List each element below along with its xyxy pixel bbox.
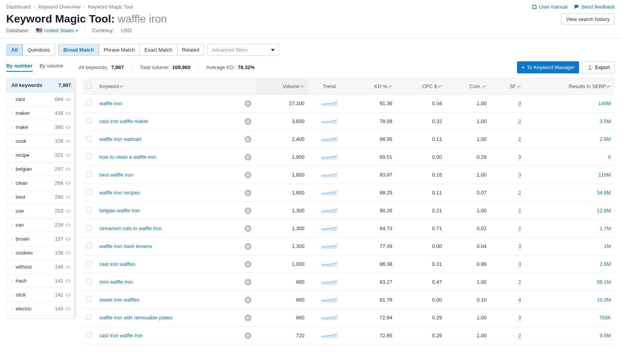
row-checkbox[interactable] xyxy=(86,296,92,302)
keyword-link[interactable]: cinnamon rolls in waffle iron xyxy=(99,225,161,231)
add-keyword-button[interactable]: + xyxy=(245,332,252,339)
sidebar-item[interactable]: › can 228 xyxy=(7,218,76,232)
keyword-link[interactable]: waffle iron with removable plates xyxy=(99,315,172,321)
add-keyword-button[interactable]: + xyxy=(245,296,252,303)
sidebar-item[interactable]: › best 260 xyxy=(7,190,76,204)
keyword-link[interactable]: cast iron waffles xyxy=(99,261,135,267)
cell-sf[interactable]: 2 xyxy=(518,208,521,214)
add-keyword-button[interactable]: + xyxy=(245,189,252,196)
col-com[interactable]: Com. xyxy=(446,78,491,95)
row-checkbox[interactable] xyxy=(86,332,92,338)
add-keyword-button[interactable]: + xyxy=(245,314,252,321)
row-checkbox[interactable] xyxy=(86,189,92,195)
sidebar-item[interactable]: › hash 141 xyxy=(7,274,76,288)
eye-icon[interactable] xyxy=(66,111,71,115)
col-cpc[interactable]: CPC $ xyxy=(396,78,446,95)
breadcrumb-item[interactable]: Keyword Overview xyxy=(38,4,80,10)
export-button[interactable]: Export xyxy=(582,61,615,73)
keyword-link[interactable]: waffle iron walmart xyxy=(99,136,141,142)
cell-serp[interactable]: 3.5M xyxy=(600,118,611,124)
eye-icon[interactable] xyxy=(66,307,71,311)
tab-related[interactable]: Related xyxy=(177,44,204,55)
eye-icon[interactable] xyxy=(66,97,71,101)
cell-serp[interactable]: 116M xyxy=(598,172,611,178)
cell-sf[interactable]: 3 xyxy=(518,172,521,178)
select-all-checkbox[interactable] xyxy=(86,83,92,88)
sidebar-item[interactable]: › use 253 xyxy=(7,204,76,218)
cell-sf[interactable]: 2 xyxy=(518,333,521,339)
eye-icon[interactable] xyxy=(66,293,71,297)
cell-sf[interactable]: 2 xyxy=(518,136,521,142)
cell-sf[interactable]: 2 xyxy=(518,118,521,125)
cell-sf[interactable]: 3 xyxy=(518,261,521,267)
add-keyword-button[interactable]: + xyxy=(245,100,252,107)
view-search-history-button[interactable]: View search history xyxy=(561,14,615,25)
cell-sf[interactable]: 4 xyxy=(518,297,521,303)
eye-icon[interactable] xyxy=(66,125,71,129)
tab-by-volume[interactable]: By volume xyxy=(40,63,63,72)
add-keyword-button[interactable]: + xyxy=(245,225,252,232)
sidebar-item[interactable]: › recipe 321 xyxy=(7,148,76,162)
eye-icon[interactable] xyxy=(66,279,71,283)
send-feedback-link[interactable]: Send feedback xyxy=(574,4,615,10)
row-checkbox[interactable] xyxy=(86,136,92,141)
row-checkbox[interactable] xyxy=(86,225,92,231)
add-keyword-button[interactable]: + xyxy=(245,136,252,143)
keyword-link[interactable]: best waffle iron xyxy=(99,172,133,178)
breadcrumb-item[interactable]: Dashboard xyxy=(6,4,31,10)
eye-icon[interactable] xyxy=(66,209,71,213)
add-keyword-button[interactable]: + xyxy=(245,207,252,214)
to-keyword-manager-button[interactable]: + To Keyword Manager xyxy=(517,61,579,73)
sidebar-item[interactable]: › belgian 297 xyxy=(7,162,76,176)
cell-serp[interactable]: 34.8M xyxy=(597,190,611,196)
eye-icon[interactable] xyxy=(66,265,71,269)
sidebar-item[interactable]: › cookies 156 xyxy=(7,246,76,260)
cell-serp[interactable]: 1.7M xyxy=(600,225,611,231)
sidebar-item[interactable]: › stick 141 xyxy=(7,288,76,302)
sidebar-item[interactable]: › make 390 xyxy=(7,120,76,134)
tab-all[interactable]: All xyxy=(6,44,23,56)
eye-icon[interactable] xyxy=(66,195,71,199)
cell-serp[interactable]: 145M xyxy=(598,101,611,106)
keyword-link[interactable]: waffle iron xyxy=(99,101,122,106)
eye-icon[interactable] xyxy=(66,181,71,185)
row-checkbox[interactable] xyxy=(86,154,92,159)
tab-by-number[interactable]: By number xyxy=(6,63,33,72)
sidebar-item[interactable]: › electric 140 xyxy=(7,302,76,316)
cell-serp[interactable]: 0 xyxy=(608,154,611,160)
cell-serp[interactable]: 758K xyxy=(599,315,611,321)
cell-serp[interactable]: 1M xyxy=(604,243,611,249)
user-manual-link[interactable]: User manual xyxy=(532,4,568,10)
add-keyword-button[interactable]: + xyxy=(245,172,252,179)
sidebar-item[interactable]: › maker 435 xyxy=(7,106,76,120)
sidebar-item[interactable]: › cast 684 xyxy=(7,92,76,106)
cell-sf[interactable]: 2 xyxy=(518,279,521,285)
sidebar-item[interactable]: › cook 326 xyxy=(7,134,76,148)
col-volume[interactable]: Volume xyxy=(255,78,309,95)
col-sf[interactable]: SF xyxy=(491,78,525,95)
row-checkbox[interactable] xyxy=(86,172,92,177)
row-checkbox[interactable] xyxy=(86,261,92,266)
cell-serp[interactable]: 12.8M xyxy=(597,208,611,213)
eye-icon[interactable] xyxy=(66,251,71,255)
tab-exact-match[interactable]: Exact Match xyxy=(140,44,177,55)
cell-sf[interactable]: 3 xyxy=(518,315,521,321)
col-keyword[interactable]: Keyword xyxy=(95,78,241,95)
keyword-link[interactable]: waffle iron hash browns xyxy=(99,243,152,249)
database-selector[interactable]: United States ▾ xyxy=(36,28,78,33)
cell-sf[interactable]: 3 xyxy=(518,154,521,160)
row-checkbox[interactable] xyxy=(86,207,92,213)
add-keyword-button[interactable]: + xyxy=(245,243,252,250)
eye-icon[interactable] xyxy=(66,153,71,157)
row-checkbox[interactable] xyxy=(86,314,92,320)
row-checkbox[interactable] xyxy=(86,279,92,284)
sidebar-item[interactable]: › brown 157 xyxy=(7,232,76,246)
breadcrumb-item[interactable]: Keyword Magic Tool xyxy=(88,4,133,10)
eye-icon[interactable] xyxy=(66,237,71,241)
keyword-link[interactable]: waffle iron recipes xyxy=(99,190,140,196)
eye-icon[interactable] xyxy=(66,223,71,227)
keyword-link[interactable]: mini waffle iron xyxy=(99,279,133,285)
keyword-link[interactable]: cast iron waffle maker xyxy=(99,118,148,124)
sidebar-item[interactable]: › clean 268 xyxy=(7,176,76,190)
tab-broad-match[interactable]: Broad Match xyxy=(58,44,99,56)
